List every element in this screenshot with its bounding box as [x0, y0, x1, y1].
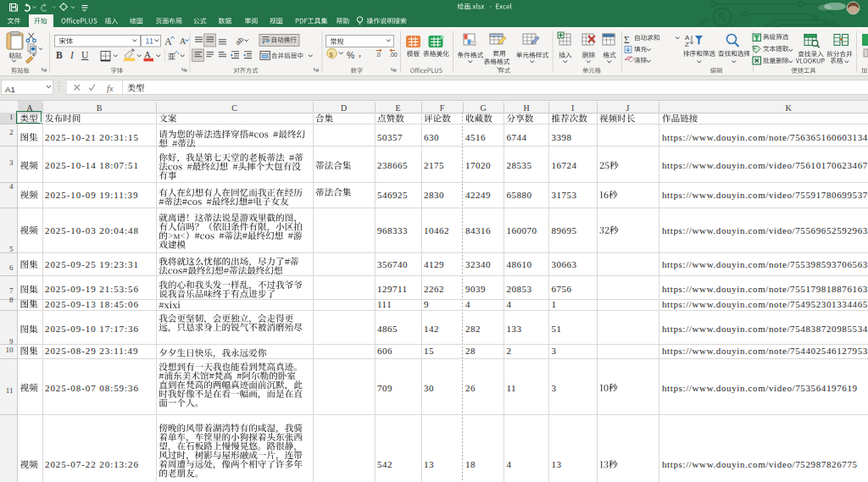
- svg-text:,: ,: [359, 47, 361, 58]
- svg-text:.00: .00: [389, 52, 398, 58]
- svg-text:Σ: Σ: [624, 35, 630, 45]
- svg-text:ab: ab: [233, 35, 245, 47]
- svg-text:A: A: [180, 36, 186, 46]
- svg-text:$: $: [329, 51, 333, 58]
- svg-text:.0: .0: [376, 52, 381, 58]
- svg-text:A: A: [144, 49, 151, 59]
- svg-text:%: %: [347, 50, 354, 60]
- svg-text:A: A: [164, 36, 172, 47]
- svg-text:Z: Z: [685, 41, 689, 48]
